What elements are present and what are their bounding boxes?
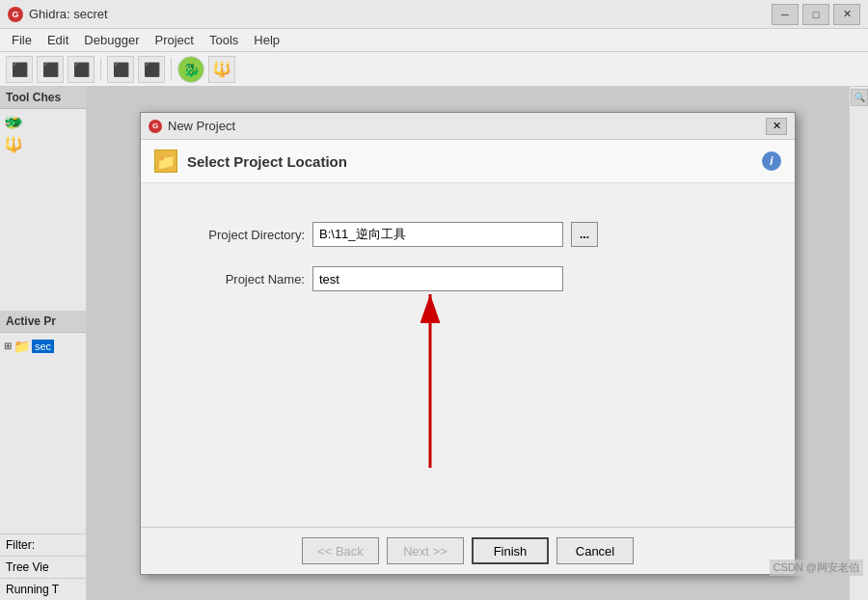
- toolbar-btn-5[interactable]: ⬛: [138, 56, 165, 83]
- new-project-dialog: G New Project ✕ 📁 Select Project Locatio…: [140, 112, 796, 575]
- dialog-footer: << Back Next >> Finish Cancel: [141, 527, 795, 574]
- dialog-close-button[interactable]: ✕: [766, 118, 787, 135]
- project-name-item[interactable]: sec: [32, 340, 54, 353]
- running-bar: Running T: [0, 579, 86, 600]
- active-projects-header: Active Pr: [0, 311, 86, 333]
- title-bar: G Ghidra: secret ─ □ ✕: [0, 0, 868, 29]
- main-window: G Ghidra: secret ─ □ ✕ File Edit Debugge…: [0, 0, 868, 600]
- title-bar-controls: ─ □ ✕: [772, 4, 860, 25]
- dialog-header: 📁 Select Project Location i: [141, 140, 795, 183]
- dialog-body: Project Directory: ... Project Name:: [141, 183, 795, 527]
- menu-help[interactable]: Help: [246, 31, 287, 49]
- tree-view-label: Tree Vie: [6, 560, 49, 574]
- toolbar-btn-1[interactable]: ⬛: [6, 56, 33, 83]
- next-button[interactable]: Next >>: [387, 537, 464, 564]
- main-content: Tool Ches 🐲 🔱 Active Pr ⊞ 📁 sec Filter:: [0, 87, 868, 600]
- finish-button[interactable]: Finish: [472, 537, 549, 564]
- toolbar-btn-7[interactable]: 🔱: [208, 56, 235, 83]
- menu-bar: File Edit Debugger Project Tools Help: [0, 29, 868, 52]
- toolbar-separator-1: [100, 58, 101, 81]
- dialog-title-bar: G New Project ✕: [141, 113, 795, 140]
- app-icon: G: [8, 7, 23, 22]
- back-button[interactable]: << Back: [302, 537, 379, 564]
- dialog-header-title: Select Project Location: [187, 153, 347, 170]
- expand-icon[interactable]: ⊞: [4, 341, 12, 351]
- project-name-input[interactable]: [312, 266, 563, 291]
- window-title: Ghidra: secret: [29, 7, 772, 21]
- modal-overlay: G New Project ✕ 📁 Select Project Locatio…: [87, 87, 849, 600]
- cancel-button[interactable]: Cancel: [556, 537, 634, 564]
- minimize-button[interactable]: ─: [772, 4, 799, 25]
- browse-button[interactable]: ...: [571, 222, 598, 247]
- maximize-button[interactable]: □: [802, 4, 829, 25]
- tree-view-bar: Tree Vie: [0, 557, 86, 579]
- toolbar: ⬛ ⬛ ⬛ ⬛ ⬛ 🐉 🔱: [0, 52, 868, 87]
- toolbar-btn-3[interactable]: ⬛: [68, 56, 95, 83]
- left-panel: Tool Ches 🐲 🔱 Active Pr ⊞ 📁 sec Filter:: [0, 87, 87, 600]
- menu-edit[interactable]: Edit: [40, 31, 76, 49]
- running-label: Running T: [6, 583, 59, 596]
- menu-tools[interactable]: Tools: [202, 31, 246, 49]
- project-directory-row: Project Directory: ...: [160, 222, 775, 247]
- tool-chest-content: 🐲 🔱: [0, 109, 86, 311]
- tree-item-root: ⊞ 📁 sec: [4, 337, 82, 356]
- menu-project[interactable]: Project: [147, 31, 201, 49]
- info-icon[interactable]: i: [762, 151, 781, 171]
- toolbar-btn-2[interactable]: ⬛: [37, 56, 64, 83]
- center-area: G New Project ✕ 📁 Select Project Locatio…: [87, 87, 849, 600]
- menu-debugger[interactable]: Debugger: [76, 31, 147, 49]
- right-panel: 🔍: [849, 87, 868, 600]
- project-directory-label: Project Directory:: [160, 228, 305, 242]
- dialog-title: New Project: [168, 119, 766, 133]
- watermark: CSDN @网安老伯: [770, 559, 863, 576]
- right-panel-btn-1[interactable]: 🔍: [851, 89, 868, 106]
- close-button[interactable]: ✕: [833, 4, 860, 25]
- arrow-graphic: [334, 265, 527, 477]
- toolbar-btn-4[interactable]: ⬛: [107, 56, 134, 83]
- project-directory-input[interactable]: [312, 222, 563, 247]
- filter-bar: Filter:: [0, 533, 86, 557]
- toolbar-btn-6[interactable]: 🐉: [177, 56, 204, 83]
- toolbar-separator-2: [171, 58, 172, 81]
- filter-label: Filter:: [6, 538, 35, 552]
- dialog-app-icon: G: [149, 120, 162, 133]
- project-name-label: Project Name:: [160, 272, 305, 286]
- folder-icon: 📁: [154, 150, 177, 173]
- active-projects-content: ⊞ 📁 sec: [0, 333, 86, 534]
- project-name-row: Project Name:: [160, 266, 775, 291]
- tool-chest-header: Tool Ches: [0, 87, 86, 109]
- menu-file[interactable]: File: [4, 31, 40, 49]
